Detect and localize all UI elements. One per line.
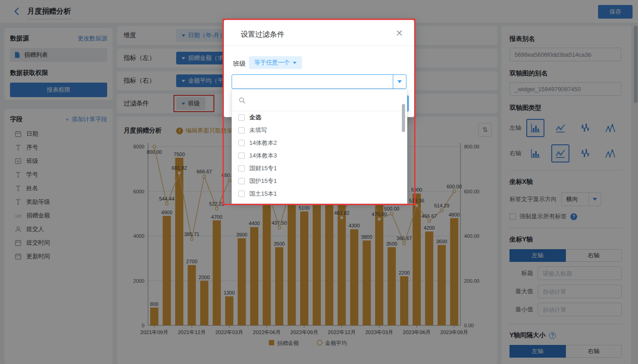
- filter-options-dropdown: 全选未填写14体教本214体教本3国财15专1国护15专1国土15本1国土16本…: [232, 89, 407, 204]
- option-label: 全选: [249, 113, 261, 122]
- close-icon[interactable]: ✕: [396, 28, 403, 39]
- search-icon: [238, 97, 246, 104]
- chevron-down-icon: [293, 62, 297, 64]
- dropdown-option-list: 全选未填写14体教本214体教本3国财15专1国护15专1国土15本1国土16本…: [232, 111, 407, 204]
- dropdown-option-国土15本1[interactable]: 国土15本1: [232, 187, 407, 200]
- dialog-title: 设置过滤条件: [241, 30, 284, 39]
- option-label: 国土16本1: [249, 202, 277, 204]
- option-label: 未填写: [249, 126, 267, 134]
- option-label: 国财15专1: [249, 164, 277, 172]
- app-window: 月度捐赠分析 保存 数据源 更改数据源 捐赠列表 数据获取权限 报表权限 字段 …: [0, 0, 638, 364]
- option-checkbox[interactable]: [238, 203, 245, 204]
- option-checkbox[interactable]: [238, 178, 245, 184]
- chevron-down-icon: [397, 80, 402, 83]
- option-label: 国土15本1: [249, 190, 277, 198]
- operator-chip[interactable]: 等于任意一个: [249, 56, 302, 69]
- dropdown-option-14体教本3[interactable]: 14体教本3: [232, 149, 407, 162]
- option-checkbox[interactable]: [238, 165, 245, 172]
- option-label: 国护15专1: [249, 177, 277, 185]
- option-checkbox[interactable]: [238, 114, 245, 121]
- dropdown-option-国护15专1[interactable]: 国护15专1: [232, 175, 407, 187]
- option-checkbox[interactable]: [238, 127, 245, 133]
- dropdown-option-未填写[interactable]: 未填写: [232, 124, 407, 137]
- option-checkbox[interactable]: [238, 140, 245, 146]
- dropdown-option-国土16本1[interactable]: 国土16本1: [232, 200, 407, 204]
- dropdown-option-14体教本2[interactable]: 14体教本2: [232, 137, 407, 149]
- dropdown-scrollbar-thumb[interactable]: [402, 104, 405, 132]
- dropdown-option-国财15专1[interactable]: 国财15专1: [232, 162, 407, 175]
- dropdown-search-row: [232, 89, 407, 111]
- option-label: 14体教本2: [249, 139, 277, 147]
- dropdown-search-input[interactable]: [249, 93, 407, 107]
- filter-field-label: 班级: [233, 60, 246, 68]
- option-checkbox[interactable]: [238, 152, 245, 159]
- option-checkbox[interactable]: [238, 191, 245, 197]
- option-label: 14体教本3: [249, 152, 277, 160]
- dropdown-option-全选[interactable]: 全选: [232, 111, 407, 124]
- filter-value-select[interactable]: [232, 74, 406, 89]
